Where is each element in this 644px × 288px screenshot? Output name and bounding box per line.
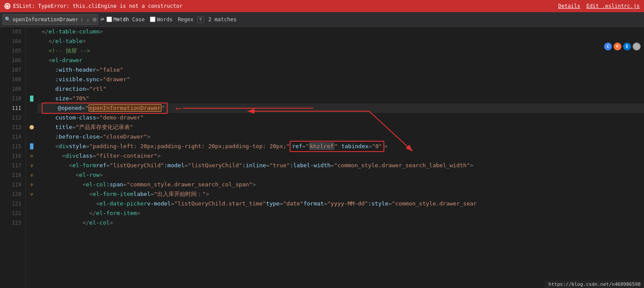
icon-103 xyxy=(26,27,37,36)
line-112: 112 xyxy=(0,113,26,122)
line-115: 115 xyxy=(0,142,26,151)
details-link[interactable]: Details xyxy=(558,3,581,9)
match-case-label: Match Case xyxy=(113,17,145,23)
line-114: 114 xyxy=(0,132,26,142)
code-line-108: :visible.sync="drawer" xyxy=(37,75,644,84)
line-116: 116 xyxy=(0,151,26,161)
code-line-113: title="产品库存变化记录表" xyxy=(37,122,644,132)
icon-108 xyxy=(26,75,37,84)
warning-dot xyxy=(30,125,34,129)
line-118: 118 xyxy=(0,170,26,180)
url-bar: https://blog.csdn.net/n460986590 xyxy=(545,281,644,288)
regex-option[interactable]: Regex xyxy=(176,16,195,23)
collapse-results-button[interactable]: ◎ xyxy=(91,16,98,23)
icon-109 xyxy=(26,84,37,94)
search-bar: 🔍 ↑ ↓ ◎ ⇌ ↔ ⇔ ⊟ Match Case Words Regex ?… xyxy=(0,12,644,27)
line-121: 121 xyxy=(0,199,26,209)
line-123: 123 xyxy=(0,218,26,228)
code-line-123: </el-col> xyxy=(37,218,644,228)
line-105: 105 xyxy=(0,46,26,56)
line-108: 108 xyxy=(0,75,26,84)
code-line-118: <el-row> xyxy=(37,170,644,180)
icon-107 xyxy=(26,65,37,75)
error-bar-links: Details Edit .eslintrc.js xyxy=(558,3,640,9)
next-match-button[interactable]: ↓ xyxy=(86,16,91,23)
line-111: 111 xyxy=(0,103,26,113)
browser-buttons: C F E · xyxy=(601,39,644,54)
code-line-119: <el-col :span="common_style.drawer_searc… xyxy=(37,180,644,189)
matches-count: 2 matches xyxy=(208,17,237,23)
line-119: 119 xyxy=(0,180,26,189)
prev-match-button[interactable]: ↑ xyxy=(79,16,85,23)
code-area: </el-table-column> </el-table> <!-- 抽屉 -… xyxy=(37,27,644,288)
error-icon: ● xyxy=(4,3,10,9)
icon-104 xyxy=(26,36,37,46)
line-107: 107 xyxy=(0,65,26,75)
icon-115 xyxy=(26,142,37,151)
icon-120: ▽ xyxy=(26,189,37,199)
icon-119: ▽ xyxy=(26,180,37,189)
icon-105 xyxy=(26,46,37,56)
search-input-wrap: 🔍 ↑ ↓ ◎ ⇌ ↔ ⇔ ⊟ xyxy=(3,14,98,25)
line-110: 110 xyxy=(0,94,26,103)
edit-eslint-link[interactable]: Edit .eslintrc.js xyxy=(586,3,640,9)
search-input[interactable] xyxy=(13,17,78,23)
triangle-icon-120: ▽ xyxy=(30,192,33,197)
match-case-option[interactable]: Match Case xyxy=(105,16,146,23)
line-122: 122 xyxy=(0,209,26,218)
code-line-104: </el-table> xyxy=(37,36,644,46)
code-line-115: <div style="padding-left: 20px;padding-r… xyxy=(37,142,644,151)
words-checkbox[interactable] xyxy=(150,17,155,22)
triangle-icon-119: ▽ xyxy=(30,182,33,187)
error-bar-content: ● ESLint: TypeError: this.cliEngine is n… xyxy=(4,3,182,9)
line-104: 104 xyxy=(0,36,26,46)
icon-106 xyxy=(26,56,37,65)
icon-118: ▽ xyxy=(26,170,37,180)
code-line-109: direction="rtl" xyxy=(37,84,644,94)
line-120: 120 xyxy=(0,189,26,199)
icon-110 xyxy=(26,94,37,103)
code-line-122: </el-form-item> xyxy=(37,209,644,218)
triangle-icon-116: ▽ xyxy=(30,154,33,159)
line-109: 109 xyxy=(0,84,26,94)
code-line-117: <el-form ref="listQueryChild" :model="li… xyxy=(37,161,644,170)
icon-111 xyxy=(26,103,37,113)
code-line-103: </el-table-column> xyxy=(37,27,644,36)
code-line-105: <!-- 抽屉 --> xyxy=(37,46,644,56)
editor-main: 103 104 105 106 107 108 109 110 111 112 … xyxy=(0,27,644,288)
line-103: 103 xyxy=(0,27,26,36)
icon-112 xyxy=(26,113,37,122)
line-113: 113 xyxy=(0,122,26,132)
regex-help-button[interactable]: ? xyxy=(197,16,204,23)
icon-117: ▽ xyxy=(26,161,37,170)
line-numbers: 103 104 105 106 107 108 109 110 111 112 … xyxy=(0,27,26,288)
gutter-icons: ▽ ▽ ▽ ▽ ▽ xyxy=(26,27,37,288)
line-117: 117 xyxy=(0,161,26,170)
edge-button[interactable]: E xyxy=(623,43,631,50)
firefox-button[interactable]: F xyxy=(614,43,621,50)
divider-1 xyxy=(101,16,102,23)
chrome-button[interactable]: C xyxy=(604,43,612,50)
other-browser-button[interactable]: · xyxy=(633,43,641,50)
search-icon: 🔍 xyxy=(5,17,11,22)
code-line-106: <el-drawer xyxy=(37,56,644,65)
words-option[interactable]: Words xyxy=(148,16,174,23)
icon-116: ▽ xyxy=(26,151,37,161)
code-line-121: <el-date-picker v-model="listQueryChild.… xyxy=(37,199,644,209)
error-title: ESLint: TypeError: this.cliEngine is not… xyxy=(13,3,182,9)
icon-123 xyxy=(26,218,37,228)
code-line-112: custom-class="demo-drawer" xyxy=(37,113,644,122)
regex-label: Regex xyxy=(178,17,193,23)
icon-121 xyxy=(26,199,37,209)
code-line-111: @opened="openInformationDrawer" ⟵ xyxy=(37,103,644,113)
line-106: 106 xyxy=(0,56,26,65)
words-label: Words xyxy=(157,17,172,23)
match-case-checkbox[interactable] xyxy=(106,17,112,22)
icon-114 xyxy=(26,132,37,142)
triangle-icon-117: ▽ xyxy=(30,163,33,168)
code-line-120: <el-form-item label="出入库开始时间："> xyxy=(37,189,644,199)
icon-113 xyxy=(26,122,37,132)
code-line-114: :before-close="closeDrawer"> xyxy=(37,132,644,142)
triangle-icon-118: ▽ xyxy=(30,173,33,178)
code-line-116: <div class="filter-container"> xyxy=(37,151,644,161)
